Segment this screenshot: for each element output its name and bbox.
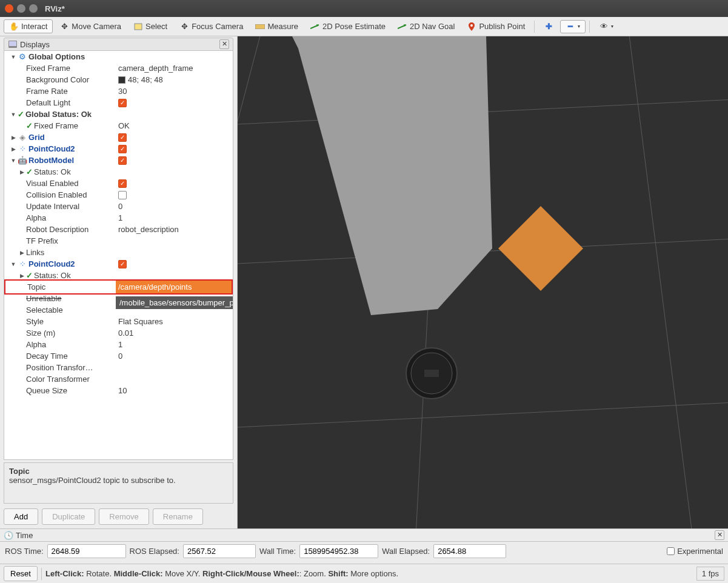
fixed-frame-item[interactable]: Fixed Frame camera_depth_frame [4,62,233,74]
topic-dropdown-option[interactable]: /mobile_base/sensors/bumper_pointcloud [116,296,233,309]
svg-line-12 [238,36,268,528]
separator [589,21,590,33]
duplicate-button[interactable]: Duplicate [42,508,95,525]
maximize-icon[interactable] [29,4,38,13]
select-button[interactable]: Select [128,19,173,33]
topic-item[interactable]: Topic /camera/depth/points /mobile_base/… [4,281,233,293]
experimental-checkbox[interactable]: Experimental [667,547,723,556]
links-item[interactable]: ▶Links [4,247,233,258]
time-header[interactable]: 🕓 Time ✕ [0,529,728,542]
nav-goal-button[interactable]: 2D Nav Goal [392,19,460,33]
wall-time-input[interactable] [299,544,378,558]
background-color-item[interactable]: Background Color 48; 48; 48 [4,74,233,85]
update-interval-item[interactable]: Update Interval 0 [4,201,233,212]
add-tool-button[interactable]: ✚ [538,20,559,33]
fixed-frame-value: camera_depth_frame [118,64,193,73]
robot-icon: 🤖 [18,156,27,165]
panel-close-icon[interactable]: ✕ [219,39,229,49]
ruler-icon [255,22,265,31]
minimize-icon[interactable] [17,4,25,13]
publish-point-label: Publish Point [479,22,525,31]
check-icon: ✓ [26,271,33,280]
check-icon: ✓ [26,121,33,130]
status-ok-value: OK [118,121,130,130]
ros-elapsed-label: ROS Elapsed: [130,547,179,556]
ros-elapsed-input[interactable] [183,544,256,558]
check-icon: ✓ [18,110,24,119]
rename-button[interactable]: Rename [153,508,203,525]
eye-icon: 👁 [599,22,609,31]
remove-button[interactable]: Remove [99,508,149,525]
focus-camera-button[interactable]: ✥ Focus Camera [174,19,249,33]
description-text: sensor_msgs/PointCloud2 topic to subscri… [9,476,228,485]
displays-header[interactable]: Displays ✕ [4,38,233,51]
nav-arrow-icon [398,22,407,31]
checkbox-icon[interactable]: ✓ [118,145,127,153]
queue-size-item[interactable]: Queue Size 10 [4,385,233,396]
views-button[interactable]: 👁▾ [593,20,619,33]
pose-estimate-button[interactable]: 2D Pose Estimate [305,19,391,33]
focus-camera-label: Focus Camera [192,22,243,31]
robotmodel-item[interactable]: ▼🤖RobotModel ✓ [4,155,233,166]
checkbox-icon[interactable]: ✓ [118,99,127,107]
checkbox-icon[interactable]: ✓ [118,179,127,188]
pose-arrow-icon [310,22,320,31]
decay-time-item[interactable]: Decay Time 0 [4,350,233,362]
measure-label: Measure [267,22,298,31]
style-item[interactable]: Style Flat Squares [4,316,233,327]
ros-time-input[interactable] [47,544,126,558]
interact-button[interactable]: ✋ Interact [4,19,53,33]
size-item[interactable]: Size (m) 0.01 [4,327,233,339]
move-camera-button[interactable]: ✥ Move Camera [54,19,127,33]
ros-time-label: ROS Time: [5,547,44,556]
interact-label: Interact [21,22,47,31]
color-transformer-item[interactable]: Color Transformer [4,373,233,385]
hand-icon: ✋ [9,22,19,31]
displays-icon [8,40,18,48]
checkbox-icon[interactable]: ✓ [118,133,127,142]
reset-button[interactable]: Reset [4,566,38,581]
frame-rate-item[interactable]: Frame Rate 30 [4,85,233,97]
checkbox-icon[interactable]: ✓ [118,156,127,165]
svg-marker-15 [292,36,492,315]
left-panel: Displays ✕ ▼⚙Global Options Fixed Frame … [0,36,238,528]
default-light-item[interactable]: Default Light ✓ [4,97,233,108]
pin-icon [467,22,476,31]
visual-enabled-item[interactable]: Visual Enabled ✓ [4,178,233,189]
wall-elapsed-input[interactable] [433,544,506,558]
move-icon: ✥ [59,22,69,31]
checkbox-icon[interactable]: ✓ [118,260,127,268]
status-bar: Reset Left-Click: Rotate. Middle-Click: … [0,564,728,583]
tf-prefix-item[interactable]: TF Prefix [4,235,233,247]
svg-rect-1 [255,24,265,29]
global-status-item[interactable]: ▼✓Global Status: Ok [4,108,233,120]
window-controls [5,4,38,13]
global-options-item[interactable]: ▼⚙Global Options [4,51,233,62]
color-swatch-icon [118,76,125,84]
minus-icon: ━ [566,22,575,31]
measure-button[interactable]: Measure [250,19,304,33]
pointcloud2-a-item[interactable]: ▶⁘PointCloud2 ✓ [4,143,233,155]
status-fixed-frame-item[interactable]: ✓ Fixed Frame OK [4,120,233,132]
3d-viewport[interactable] [238,36,728,528]
displays-title: Displays [20,40,50,49]
pc2b-alpha-item[interactable]: Alpha 1 [4,339,233,350]
remove-tool-button[interactable]: ━▾ [560,20,586,33]
pointcloud2-b-item[interactable]: ▼⁘PointCloud2 ✓ [4,258,233,270]
separator [534,21,535,33]
time-close-icon[interactable]: ✕ [715,530,724,540]
collision-enabled-item[interactable]: Collision Enabled [4,189,233,201]
publish-point-button[interactable]: Publish Point [461,19,530,33]
svg-rect-0 [135,24,142,30]
robotmodel-status-item[interactable]: ▶✓Status: Ok [4,166,233,178]
add-button[interactable]: Add [4,508,38,525]
experimental-checkbox-input[interactable] [667,547,675,555]
rm-alpha-item[interactable]: Alpha 1 [4,212,233,224]
grid-item[interactable]: ▶◈Grid ✓ [4,132,233,143]
checkbox-icon[interactable] [118,191,127,199]
position-transformer-item[interactable]: Position Transfor… [4,362,233,373]
robot-description-item[interactable]: Robot Description robot_description [4,224,233,235]
close-icon[interactable] [5,4,13,13]
move-camera-label: Move Camera [72,22,121,31]
displays-tree[interactable]: ▼⚙Global Options Fixed Frame camera_dept… [4,51,233,460]
